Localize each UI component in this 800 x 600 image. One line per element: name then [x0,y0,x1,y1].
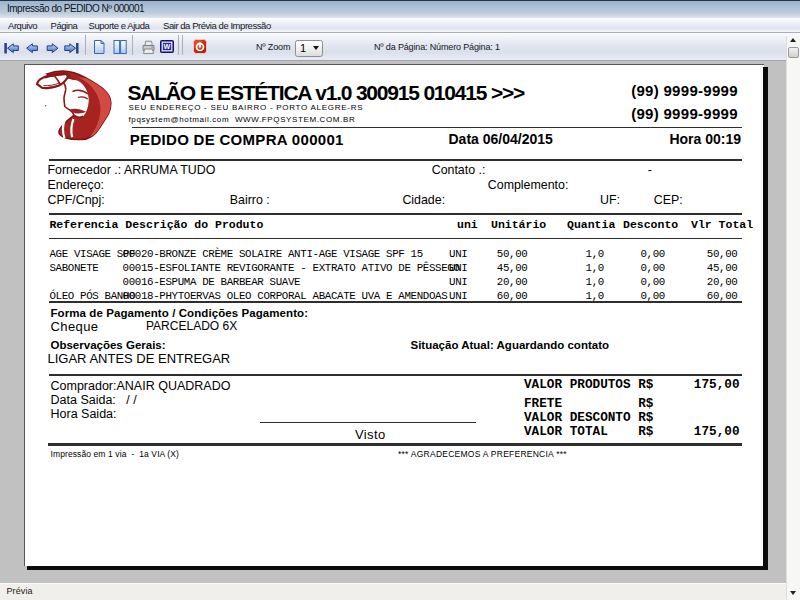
svg-text:W: W [163,42,170,51]
